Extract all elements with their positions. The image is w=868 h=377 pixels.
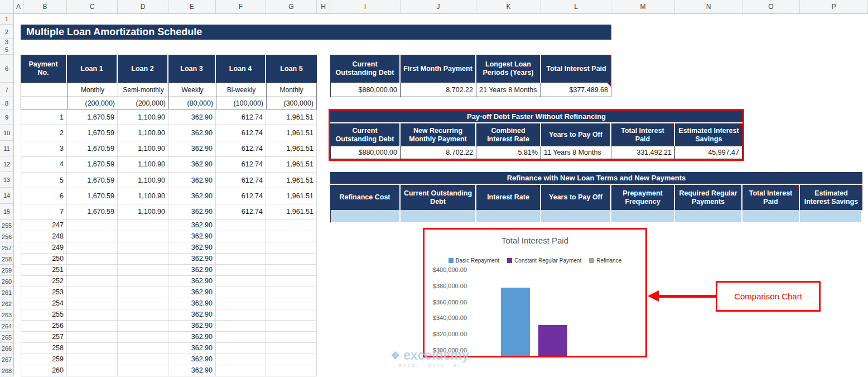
loan2-payment-cell[interactable]	[118, 220, 168, 231]
loan3-payment-cell[interactable]: 362.90	[168, 204, 216, 220]
payoff-table-title[interactable]: Pay-off Debt Faster Without Refinancing	[330, 111, 742, 123]
loan-amount-cell[interactable]: (200,000)	[67, 97, 118, 109]
payoff-header-cell[interactable]: Estimated Interest Savings	[675, 123, 742, 146]
loan1-payment-cell[interactable]	[67, 254, 118, 265]
loan4-payment-cell[interactable]: 612.74	[216, 157, 266, 173]
loan1-payment-cell[interactable]: 1,670.59	[67, 204, 118, 220]
refinance-table-title[interactable]: Refinance with New Loan Terms and New Pa…	[330, 172, 862, 185]
column-header[interactable]: K	[476, 0, 541, 13]
column-header[interactable]: G	[266, 0, 317, 13]
refinance-input-cell[interactable]	[541, 210, 611, 223]
refinance-header-cell[interactable]: Current Outstanding Debt	[401, 185, 476, 210]
loan3-payment-cell[interactable]: 362.90	[168, 321, 216, 332]
loan3-payment-cell[interactable]: 362.90	[168, 188, 216, 204]
loan3-payment-cell[interactable]: 362.90	[168, 109, 216, 125]
loan2-payment-cell[interactable]	[118, 231, 168, 242]
refinance-input-cell[interactable]	[675, 210, 742, 223]
refinance-header-cell[interactable]: Estimated Interest Savings	[800, 185, 862, 210]
payment-no-cell[interactable]: 5	[21, 173, 67, 188]
row-header[interactable]: 262	[0, 298, 13, 309]
column-header[interactable]: F	[216, 0, 266, 13]
summary-value-cell[interactable]: 8,702.22	[401, 83, 476, 97]
loan-table-header-cell[interactable]: Payment No.	[21, 55, 67, 83]
loan5-payment-cell[interactable]	[266, 231, 317, 242]
loan2-payment-cell[interactable]	[118, 298, 168, 309]
loan-table-header-cell[interactable]: Loan 4	[216, 55, 266, 83]
loan5-payment-cell[interactable]	[266, 220, 317, 231]
payment-no-cell[interactable]: 254	[21, 298, 67, 309]
column-header[interactable]: A	[14, 0, 23, 13]
loan1-payment-cell[interactable]	[67, 287, 118, 298]
loan2-payment-cell[interactable]: 1,100.90	[118, 109, 168, 125]
loan1-payment-cell[interactable]: 1,670.59	[67, 125, 118, 141]
loan-amount-cell[interactable]	[21, 97, 67, 109]
refinance-header-cell[interactable]: Interest Rate	[476, 185, 541, 210]
loan5-payment-cell[interactable]: 1,961.51	[266, 157, 317, 173]
payment-no-cell[interactable]: 1	[21, 109, 67, 125]
loan2-payment-cell[interactable]	[118, 354, 168, 365]
loan2-payment-cell[interactable]	[118, 287, 168, 298]
loan1-payment-cell[interactable]	[67, 365, 118, 376]
column-header[interactable]: J	[401, 0, 476, 13]
loan3-payment-cell[interactable]: 362.90	[168, 242, 216, 254]
loan1-payment-cell[interactable]: 1,670.59	[67, 173, 118, 188]
loan1-payment-cell[interactable]	[67, 309, 118, 321]
payment-no-cell[interactable]: 248	[21, 231, 67, 242]
column-header[interactable]: H	[317, 0, 330, 13]
refinance-input-cell[interactable]	[330, 210, 401, 223]
summary-value-cell[interactable]: $377,489.68	[541, 83, 611, 97]
loan4-payment-cell[interactable]	[216, 309, 266, 321]
row-header[interactable]: 267	[0, 354, 13, 365]
total-interest-chart[interactable]: $400,000.00$380,000.00$360,000.00$340,00…	[423, 228, 647, 357]
payoff-value-cell[interactable]: 331,492.21	[611, 146, 675, 159]
payment-no-cell[interactable]: 247	[21, 220, 67, 231]
row-header[interactable]: 14	[0, 188, 13, 204]
loan-frequency-cell[interactable]: Semi-monthly	[118, 83, 168, 97]
payoff-value-cell[interactable]: $880,000.00	[330, 146, 401, 159]
refinance-header-cell[interactable]: Years to Pay Off	[541, 185, 611, 210]
refinance-header-cell[interactable]: Total Interest Paid	[742, 185, 800, 210]
loan1-payment-cell[interactable]	[67, 276, 118, 287]
payment-no-cell[interactable]: 2	[21, 125, 67, 141]
payment-no-cell[interactable]: 257	[21, 332, 67, 343]
payment-no-cell[interactable]: 252	[21, 276, 67, 287]
bar-basic-repayment[interactable]	[501, 288, 530, 356]
loan5-payment-cell[interactable]	[266, 298, 317, 309]
payment-no-cell[interactable]: 4	[21, 157, 67, 173]
loan1-payment-cell[interactable]	[67, 265, 118, 276]
payment-no-cell[interactable]: 258	[21, 343, 67, 354]
row-header[interactable]: 9	[0, 109, 13, 125]
row-header[interactable]: 256	[0, 231, 13, 242]
loan-frequency-cell[interactable]: Monthly	[67, 83, 118, 97]
loan5-payment-cell[interactable]: 1,961.51	[266, 109, 317, 125]
loan-amount-cell[interactable]: (80,000)	[168, 97, 216, 109]
loan2-payment-cell[interactable]: 1,100.90	[118, 204, 168, 220]
refinance-header-cell[interactable]: Required Regular Payments	[675, 185, 742, 210]
row-header[interactable]: 261	[0, 287, 13, 298]
loan1-payment-cell[interactable]: 1,670.59	[67, 109, 118, 125]
loan3-payment-cell[interactable]: 362.90	[168, 173, 216, 188]
loan3-payment-cell[interactable]: 362.90	[168, 125, 216, 141]
payoff-header-cell[interactable]: Combined Interest Rate	[476, 123, 541, 146]
payment-no-cell[interactable]: 250	[21, 254, 67, 265]
row-header[interactable]: 12	[0, 156, 13, 172]
loan-amount-cell[interactable]: (300,000)	[266, 97, 317, 109]
payment-no-cell[interactable]: 260	[21, 365, 67, 376]
row-header[interactable]: 3	[0, 39, 13, 45]
loan1-payment-cell[interactable]	[67, 354, 118, 365]
payoff-value-cell[interactable]: 11 Years 8 Months	[541, 146, 611, 159]
loan4-payment-cell[interactable]: 612.74	[216, 141, 266, 157]
loan2-payment-cell[interactable]: 1,100.90	[118, 141, 168, 157]
payment-no-cell[interactable]: 249	[21, 242, 67, 254]
payoff-value-cell[interactable]: 8,702.22	[401, 146, 476, 159]
loan5-payment-cell[interactable]	[266, 354, 317, 365]
loan3-payment-cell[interactable]: 362.90	[168, 343, 216, 354]
loan3-payment-cell[interactable]: 362.90	[168, 276, 216, 287]
loan4-payment-cell[interactable]: 612.74	[216, 125, 266, 141]
summary-header-cell[interactable]: First Month Payment	[401, 55, 476, 83]
loan5-payment-cell[interactable]	[266, 321, 317, 332]
loan3-payment-cell[interactable]: 362.90	[168, 332, 216, 343]
loan3-payment-cell[interactable]: 362.90	[168, 220, 216, 231]
column-header[interactable]: P	[800, 0, 868, 13]
refinance-input-cell[interactable]	[742, 210, 800, 223]
